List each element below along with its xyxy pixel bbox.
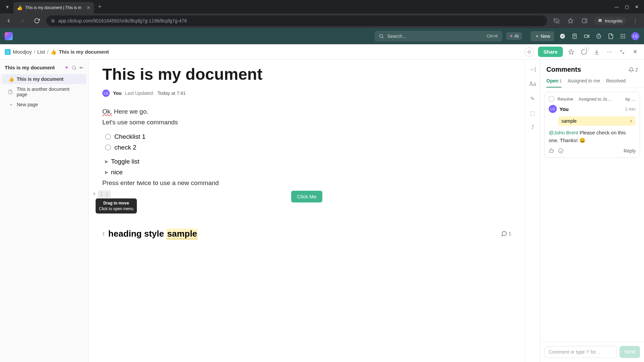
tag-icon[interactable] [525,47,534,57]
paragraph[interactable]: Let's use some commands [102,117,511,128]
side-panel-icon[interactable] [580,16,589,25]
magic-wand-icon[interactable]: ✎ [530,96,535,102]
heading-2[interactable]: heading style sample [108,229,198,239]
user-avatar[interactable]: LG [631,32,639,40]
browser-tab[interactable]: 👍 This is my document | This is m ✕ [13,2,94,13]
maximize-icon[interactable]: ▢ [625,4,629,9]
reply-button[interactable]: Reply [624,148,636,154]
timer-icon[interactable]: 1 [580,48,588,56]
comment-avatar[interactable]: LG [549,105,557,113]
bookmark-star-icon[interactable] [566,16,575,25]
doc-title[interactable]: This is my document [102,65,511,83]
sidebar-new-page[interactable]: + New page [2,100,87,110]
eye-off-icon[interactable] [552,16,561,25]
tab-resolved[interactable]: Resolved [606,78,626,87]
highlighted-text[interactable]: sample [166,229,198,239]
bell-count: 2 [635,67,638,72]
chevron-right-icon[interactable]: ▶ [105,159,108,164]
expand-rail-icon[interactable]: →| [529,66,536,72]
close-panel-icon[interactable]: ✕ [631,48,639,56]
share-out-icon[interactable]: ⤴ [531,124,534,130]
svg-point-5 [600,20,602,22]
click-me-button[interactable]: Click Me [291,191,323,202]
spellcheck-word[interactable]: Ok. [102,108,112,115]
sidebar-item-current-doc[interactable]: 👍 This is my document [2,74,87,84]
breadcrumb-workspace[interactable]: Moodjoy [13,49,32,55]
video-icon[interactable] [583,33,590,40]
url-field[interactable]: ⚙ app.clickup.com/9016164592/v/dc/8cpfg7… [46,15,547,26]
new-tab-button[interactable]: + [98,3,102,10]
workspace-icon[interactable]: ⌂ [5,49,11,55]
svg-marker-1 [568,18,573,23]
notepad-icon[interactable] [571,33,578,40]
emoji-react-icon[interactable] [558,148,564,154]
chevron-right-icon[interactable]: ▶ [105,170,108,175]
site-settings-icon[interactable]: ⚙ [51,18,55,23]
resolve-label[interactable]: Resolve [557,97,573,102]
mention[interactable]: @John Brent [549,130,578,135]
checklist-item[interactable]: Checklist 1 [105,131,511,142]
more-icon[interactable]: ⋯ [605,48,614,56]
like-icon[interactable] [549,148,554,154]
sidebar-item-label: This is another document page [17,86,80,97]
sidebar-search-icon[interactable] [71,65,77,70]
comments-panel: Comments 2 Open1 Assigned to me Resolved… [540,60,644,362]
paragraph[interactable]: Ok. Here we go. [102,106,511,117]
updated-time: Today at 7:41 [158,90,186,96]
tab-assigned[interactable]: Assigned to me [568,78,600,87]
typography-icon[interactable]: Aa [529,80,536,87]
app-logo[interactable] [5,32,13,40]
close-tab-icon[interactable]: ✕ [87,5,91,10]
minimize-icon[interactable]: ― [614,4,619,9]
sidebar-item-other-doc[interactable]: This is another document page [2,84,87,100]
toggle-item[interactable]: ▶nice [102,167,511,178]
chevron-down-icon[interactable]: ▾ [630,119,632,123]
ai-button[interactable]: ✦AI [506,32,522,40]
comment-quote[interactable]: sample ▾ [558,116,636,126]
author-name: You [113,90,121,96]
comments-notifications[interactable]: 2 [629,67,638,72]
comment-card[interactable]: Resolve Assigned to Jo… by … LG You 1 mi… [544,92,640,158]
new-button[interactable]: ＋New [531,31,554,41]
collapse-icon[interactable] [618,48,627,56]
add-block-icon[interactable]: + [92,190,97,198]
clock-icon[interactable] [595,33,602,40]
apps-grid-icon[interactable] [619,33,627,40]
tab-favicon: 👍 [17,5,22,10]
breadcrumb-doc[interactable]: This is my document [59,49,109,55]
sidebar-collapse-icon[interactable]: ⇤ [79,64,84,71]
url-text: app.clickup.com/9016164592/v/dc/8cpfg7g-… [58,18,187,23]
tab-search-icon[interactable]: ▾ [3,2,12,11]
paragraph[interactable]: Press enter twice to use a new command [102,178,511,188]
author-avatar[interactable]: LG [102,89,110,97]
send-button[interactable]: Send [620,346,640,358]
checklist-item[interactable]: check 2 [105,142,511,153]
svg-point-4 [599,20,600,22]
global-search[interactable]: Search... Ctrl+K [375,31,502,42]
tab-open[interactable]: Open1 [546,78,561,87]
reload-icon[interactable] [32,16,42,25]
template-icon[interactable]: ⬚ [530,110,535,116]
toggle-item[interactable]: ▶Toggle list [102,156,511,167]
checklist-label: check 2 [114,144,136,151]
search-icon [379,34,384,39]
comment-text: @John Brent Please check on this one. Th… [549,129,636,144]
star-icon[interactable] [567,48,576,56]
inline-comment-indicator[interactable]: 1 [501,231,511,237]
breadcrumb-list[interactable]: List [37,49,45,55]
download-icon[interactable] [592,48,601,56]
ai-sparkle-icon[interactable]: ✦ [64,64,69,71]
incognito-badge[interactable]: Incognito [594,17,626,25]
comment-input[interactable]: Comment or type '/' for… [544,346,617,358]
resolve-checkbox[interactable] [549,96,554,102]
checkbox-icon[interactable] [105,134,111,140]
check-circle-icon[interactable] [559,33,566,40]
forward-icon[interactable] [18,16,28,25]
close-window-icon[interactable]: ✕ [635,4,639,9]
doc-icon[interactable] [607,33,614,40]
back-icon[interactable] [4,16,13,25]
browser-menu-icon[interactable]: ⋮ [631,16,640,25]
checkbox-icon[interactable] [105,144,111,150]
share-button[interactable]: Share [538,47,563,57]
document-body[interactable]: This is my document LG You Last Updated:… [89,60,525,362]
